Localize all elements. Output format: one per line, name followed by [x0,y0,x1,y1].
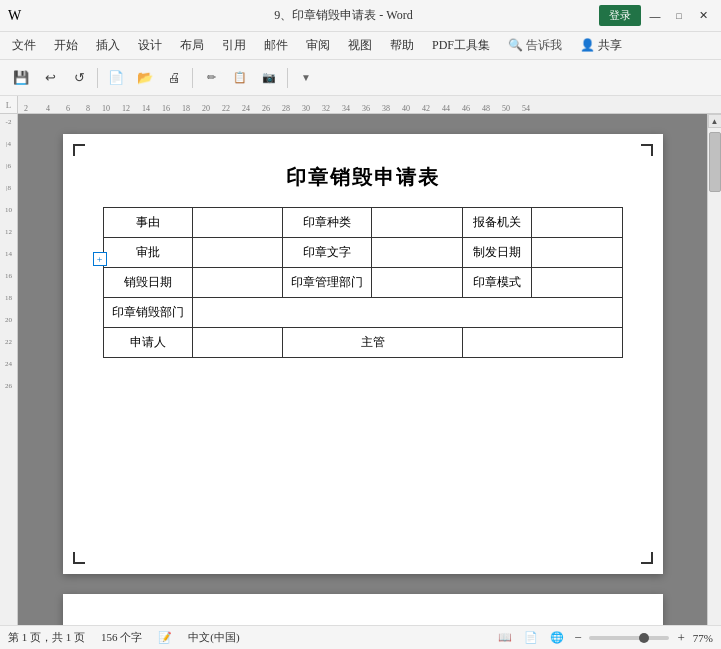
word-count: 156 个字 [101,630,142,645]
close-button[interactable]: ✕ [693,6,713,26]
cell-label: 制发日期 [463,238,532,268]
redo-button[interactable]: ↺ [66,65,92,91]
menu-references[interactable]: 引用 [214,34,254,57]
save-button[interactable]: 💾 [8,65,34,91]
read-view-button[interactable]: 📖 [496,629,514,647]
cell-label: 报备机关 [463,208,532,238]
scroll-up-button[interactable]: ▲ [708,114,722,128]
page-title-2: 印章销毁申请表 [103,624,623,625]
cell-label: 审批 [103,238,192,268]
content-area[interactable]: 印章销毁申请表 + 事由 印章种类 报备机关 审批 [18,114,707,625]
menu-mailings[interactable]: 邮件 [256,34,296,57]
cell-value[interactable] [372,268,463,298]
table-add-button[interactable]: + [93,252,107,266]
menu-bar: 文件 开始 插入 设计 布局 引用 邮件 审阅 视图 帮助 PDF工具集 🔍 告… [0,32,721,60]
minimize-button[interactable]: — [645,6,665,26]
toolbar-separator [97,68,98,88]
ruler-corner: L [0,96,18,114]
cell-label: 印章管理部门 [283,268,372,298]
format-paint-button[interactable]: ✏ [198,65,224,91]
menu-review[interactable]: 审阅 [298,34,338,57]
main-area: -2 |4 |6 |8 10 12 14 16 18 20 22 24 26 印… [0,114,721,625]
login-button[interactable]: 登录 [599,5,641,26]
menu-tell-me[interactable]: 🔍 告诉我 [500,34,570,57]
page-1: 印章销毁申请表 + 事由 印章种类 报备机关 审批 [63,134,663,574]
cell-label: 印章模式 [463,268,532,298]
corner-tr [641,144,653,156]
title-bar: W 9、印章销毁申请表 - Word 登录 — □ ✕ [0,0,721,32]
plus-zoom-button[interactable]: + [677,630,684,646]
table-row: 申请人 主管 [103,328,622,358]
window-title: 9、印章销毁申请表 - Word [88,7,599,24]
menu-insert[interactable]: 插入 [88,34,128,57]
ruler-container: L 2 4 6 8 10 12 14 16 18 20 22 24 26 28 … [0,96,721,114]
page-title-1: 印章销毁申请表 [103,164,623,191]
cell-value[interactable] [531,238,622,268]
menu-share[interactable]: 👤 共享 [572,34,630,57]
toolbar-separator-2 [192,68,193,88]
cell-value[interactable] [372,208,463,238]
cell-value[interactable] [192,268,283,298]
menu-layout[interactable]: 布局 [172,34,212,57]
minus-zoom-button[interactable]: − [574,630,581,646]
web-view-button[interactable]: 🌐 [548,629,566,647]
corner-br [641,552,653,564]
vertical-scrollbar[interactable]: ▲ [707,114,721,625]
status-right: 📖 📄 🌐 − + 77% [496,629,713,647]
cell-value[interactable] [192,328,283,358]
share-icon: 👤 [580,38,595,53]
cell-value[interactable] [192,298,622,328]
print-view-button[interactable]: 📄 [522,629,540,647]
language: 中文(中国) [188,630,239,645]
table-row: 印章销毁部门 [103,298,622,328]
table-row: 销毁日期 印章管理部门 印章模式 [103,268,622,298]
ruler-marks: 2 4 6 8 10 12 14 16 18 20 22 24 26 28 30… [18,96,721,113]
corner-tl [73,144,85,156]
cell-value[interactable] [531,208,622,238]
new-doc-button[interactable]: 📄 [103,65,129,91]
app-icon: W [8,8,21,24]
vertical-ruler: -2 |4 |6 |8 10 12 14 16 18 20 22 24 26 [0,114,18,625]
stamp-table-1: 事由 印章种类 报备机关 审批 印章文字 制发日期 [103,207,623,358]
zoom-level: 77% [693,632,713,644]
open-button[interactable]: 📂 [132,65,158,91]
cell-label: 印章销毁部门 [103,298,192,328]
cell-label: 销毁日期 [103,268,192,298]
corner-bl [73,552,85,564]
search-icon: 🔍 [508,38,523,53]
more-button[interactable]: ▼ [293,65,319,91]
status-bar: 第 1 页，共 1 页 156 个字 📝 中文(中国) 📖 📄 🌐 − + 77… [0,625,721,649]
toolbar-separator-3 [287,68,288,88]
undo-button[interactable]: ↩ [37,65,63,91]
screenshot-button[interactable]: 📷 [256,65,282,91]
cell-value[interactable] [192,238,283,268]
menu-view[interactable]: 视图 [340,34,380,57]
table-row: 审批 印章文字 制发日期 [103,238,622,268]
word-count-icon: 📝 [158,631,172,644]
menu-home[interactable]: 开始 [46,34,86,57]
cell-value[interactable] [192,208,283,238]
menu-help[interactable]: 帮助 [382,34,422,57]
cell-value[interactable] [531,268,622,298]
cell-value[interactable] [463,328,622,358]
cell-label: 印章文字 [283,238,372,268]
cell-label: 申请人 [103,328,192,358]
window-controls: 登录 — □ ✕ [599,5,713,26]
table-row: 事由 印章种类 报备机关 [103,208,622,238]
cell-label: 印章种类 [283,208,372,238]
print-button[interactable]: 🖨 [161,65,187,91]
zoom-thumb [639,633,649,643]
menu-file[interactable]: 文件 [4,34,44,57]
cell-label: 主管 [283,328,463,358]
menu-design[interactable]: 设计 [130,34,170,57]
maximize-button[interactable]: □ [669,6,689,26]
table-container-1: + 事由 印章种类 报备机关 审批 印章文字 [103,207,623,358]
toolbar: 💾 ↩ ↺ 📄 📂 🖨 ✏ 📋 📷 ▼ [0,60,721,96]
paste-button[interactable]: 📋 [227,65,253,91]
menu-pdf[interactable]: PDF工具集 [424,34,498,57]
zoom-slider[interactable] [589,636,669,640]
scroll-thumb[interactable] [709,132,721,192]
cell-label: 事由 [103,208,192,238]
horizontal-ruler: 2 4 6 8 10 12 14 16 18 20 22 24 26 28 30… [18,96,721,114]
cell-value[interactable] [372,238,463,268]
